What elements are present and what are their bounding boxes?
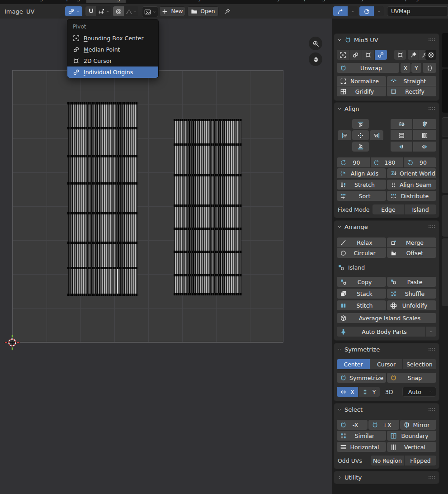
pivot-2d-cursor-toggle[interactable] [362, 50, 374, 60]
symmetrize-selection-option[interactable]: Selection [403, 359, 436, 369]
symmetrize-x-toggle[interactable]: X [337, 387, 358, 397]
copy-button[interactable]: Copy [337, 277, 386, 287]
uv-menu[interactable]: UV [22, 4, 39, 19]
uv-snap-toggle[interactable] [333, 6, 348, 16]
panel-grip[interactable] [428, 225, 435, 228]
panel-grip[interactable] [428, 38, 435, 41]
workspace-tab-compositing[interactable]: Compositing [286, 0, 331, 3]
select-minus-x-button[interactable]: -X [337, 420, 368, 430]
no-region-button[interactable]: No Region [371, 456, 404, 466]
distribute-v-button[interactable] [413, 130, 436, 140]
straight-button[interactable]: Straight [387, 76, 436, 86]
rotate-left-90-button[interactable]: 90 [337, 157, 370, 167]
select-boundary-button[interactable]: Boundary [387, 431, 436, 441]
panel-align-header[interactable]: Align [334, 103, 439, 114]
align-seam-button[interactable]: Align Seam [387, 180, 436, 190]
sidebar-category-tab[interactable] [442, 117, 448, 137]
uv-island-block[interactable] [68, 102, 137, 296]
cursor-tool-button[interactable] [394, 50, 406, 60]
average-island-scales-button[interactable]: Average Island Scales [337, 313, 436, 323]
offset-button[interactable]: Offset [387, 248, 436, 258]
falloff-dropdown[interactable] [124, 6, 138, 16]
pivot-menu-item-bounding-box-center[interactable]: Bounding Box Center [67, 33, 158, 44]
symmetrize-cursor-option[interactable]: Cursor [370, 359, 402, 369]
flipped-button[interactable]: Flipped [405, 456, 436, 466]
panel-grip[interactable] [428, 475, 435, 479]
panel-grip[interactable] [428, 107, 435, 110]
panel-mio3-uv-header[interactable]: Mio3 UV [334, 34, 439, 46]
fixed-mode-edge-button[interactable]: Edge [373, 204, 404, 214]
unwrap-y-button[interactable]: Y [411, 63, 421, 73]
align-top-button[interactable] [352, 119, 369, 129]
snap-toggle-button[interactable] [85, 6, 96, 16]
panel-arrange-header[interactable]: Arrange [334, 221, 439, 233]
pivot-individual-toggle[interactable] [375, 50, 387, 60]
open-image-button[interactable]: Open [187, 6, 219, 16]
pin-active-button[interactable] [408, 50, 419, 60]
sidebar-category-tab[interactable] [442, 69, 448, 113]
stitch-button[interactable]: Stitch [337, 300, 386, 310]
workspace-tab-shading[interactable]: Shading [173, 0, 206, 3]
zoom-gizmo[interactable] [309, 37, 322, 50]
unwrap-x-button[interactable]: X [401, 63, 410, 73]
pivot-menu-item-individual-origins[interactable]: Individual Origins [67, 66, 158, 78]
fixed-mode-island-button[interactable]: Island [405, 204, 436, 214]
paste-button[interactable]: Paste [387, 277, 436, 287]
gridify-button[interactable]: Gridify [337, 86, 386, 96]
pan-gizmo[interactable] [309, 52, 322, 66]
stack-button[interactable]: Stack [337, 289, 386, 299]
auto-body-parts-button[interactable]: Auto Body Parts [337, 327, 425, 337]
workspace-tab-uv-editing[interactable]: UV Editing [86, 0, 126, 3]
overlay-toggle[interactable] [359, 6, 374, 16]
selected-uv-edge[interactable] [117, 269, 118, 294]
symmetrize-center-option[interactable]: Center [337, 359, 370, 369]
pivot-bbox-toggle[interactable] [337, 50, 349, 60]
merge-button[interactable]: Merge [387, 238, 436, 247]
unwrap-symmetry-button[interactable] [423, 63, 436, 73]
workspace-tab-layout[interactable]: Layout [0, 0, 12, 3]
pivot-dropdown-button[interactable] [65, 6, 82, 16]
pivot-menu-item-2d-cursor[interactable]: 2D Cursor [67, 55, 158, 66]
select-plus-x-button[interactable]: +X [368, 420, 399, 430]
workspace-tab-rendering[interactable]: Rendering [246, 0, 285, 3]
align-middle-h-button[interactable] [391, 119, 412, 129]
workspace-tab-animation[interactable]: Animation [207, 0, 245, 3]
shuffle-button[interactable]: Shuffle [387, 289, 436, 299]
workspace-tab-modeling[interactable]: Modeling [13, 0, 49, 3]
orient-world-button[interactable]: Orient World [387, 168, 436, 178]
workspace-tab-geometry-nodes[interactable]: Geometry Nodes [332, 0, 388, 3]
panel-select-header[interactable]: Select [334, 404, 439, 415]
workspace-tab-scripting[interactable]: Scripting [389, 0, 424, 3]
sidebar-category-tab[interactable] [442, 195, 448, 237]
workspace-tab-texture-paint[interactable]: Texture Paint [127, 0, 172, 3]
distribute-button[interactable]: Distribute [387, 191, 436, 201]
pin-image-button[interactable] [222, 6, 232, 16]
select-horizontal-button[interactable]: Horizontal [337, 442, 386, 452]
align-right-button[interactable] [370, 130, 383, 140]
proportional-editing-toggle[interactable] [113, 6, 124, 16]
new-image-button[interactable]: New [159, 6, 185, 16]
pivot-menu-item-median-point[interactable]: Median Point [67, 44, 158, 55]
settings-button[interactable] [425, 50, 436, 60]
uvmap-name-field[interactable]: UVMap [387, 6, 448, 16]
mirror-flip-button[interactable] [413, 142, 436, 152]
symmetrize-y-toggle[interactable]: Y [358, 387, 380, 397]
symmetrize-auto-dropdown[interactable]: Auto [402, 387, 436, 397]
align-center-button[interactable] [352, 130, 369, 140]
circular-button[interactable]: Circular [337, 248, 386, 258]
panel-utility-header[interactable]: Utility [334, 471, 439, 483]
uv-editor-canvas[interactable] [0, 19, 332, 494]
normalize-button[interactable]: Normalize [337, 76, 386, 86]
align-axis-button[interactable]: Align Axis [337, 168, 386, 178]
sort-button[interactable]: Sort [337, 191, 386, 201]
sidebar-category-tab[interactable] [442, 238, 448, 306]
align-left-button[interactable] [338, 130, 351, 140]
snap-mode-dropdown[interactable] [96, 6, 111, 16]
unwrap-button[interactable]: Unwrap [337, 63, 399, 73]
snap-button[interactable]: Snap [387, 373, 436, 383]
rectify-button[interactable]: Rectify [387, 86, 436, 96]
image-browse-dropdown[interactable] [142, 6, 158, 17]
workspace-tab-sculpting[interactable]: Sculpting [49, 0, 85, 3]
symmetrize-button[interactable]: Symmetrize [337, 373, 386, 383]
select-vertical-button[interactable]: Vertical [387, 442, 436, 452]
